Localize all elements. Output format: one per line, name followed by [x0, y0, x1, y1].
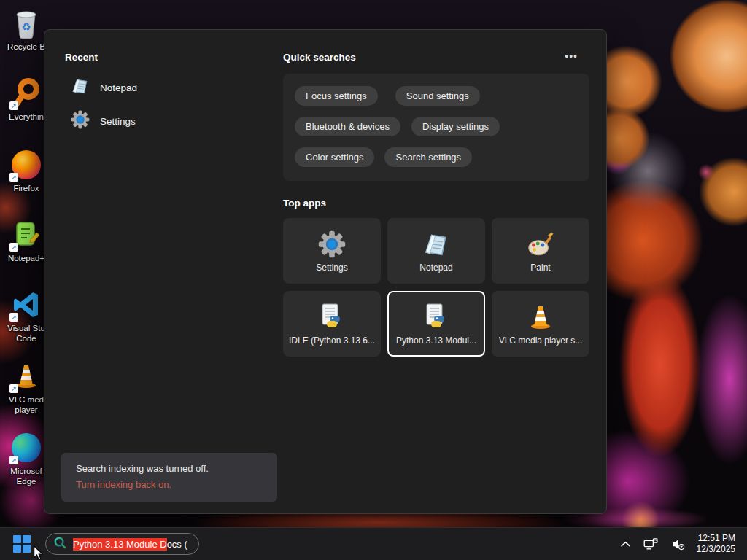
desktop-icon-visual-studio-code[interactable]: ↗ Visual Stu Code	[3, 289, 50, 343]
recent-item-label: Notepad	[100, 82, 137, 93]
quick-searches-card: Focus settings Sound settings Bluetooth …	[283, 74, 589, 181]
shortcut-arrow-icon: ↗	[9, 456, 18, 464]
top-app-python-module-docs[interactable]: Python 3.13 Modul...	[387, 291, 485, 357]
desktop-icon-label: VLC med player	[3, 394, 50, 415]
more-options-icon[interactable]: •••	[560, 47, 582, 65]
desktop-icon-recycle-bin[interactable]: ♻ Recycle B	[3, 7, 50, 52]
top-app-notepad[interactable]: Notepad	[387, 218, 485, 284]
notepad-icon	[422, 229, 450, 260]
windows-logo-icon	[13, 535, 31, 553]
recycle-bin-icon: ♻	[10, 7, 42, 39]
top-app-label: Notepad	[419, 262, 452, 273]
recent-item-notepad[interactable]: Notepad	[62, 71, 266, 104]
top-apps-title: Top apps	[283, 198, 326, 209]
desktop-icon-edge[interactable]: ↗ Microsof Edge	[3, 432, 50, 486]
system-tray: 12:51 PM 12/3/2025	[616, 532, 747, 556]
top-app-label: VLC media player s...	[499, 335, 583, 346]
desktop-icon-vlc[interactable]: ↗ VLC med player	[3, 360, 50, 415]
vlc-cone-icon	[526, 302, 555, 332]
taskbar-search-input[interactable]: Python 3.13 Module Docs (	[45, 533, 199, 555]
volume-muted-icon[interactable]	[667, 534, 689, 554]
desktop-icon-notepad-plus-plus[interactable]: ↗ Notepad+	[3, 219, 50, 263]
paint-palette-icon	[526, 229, 555, 260]
desktop-icon-everything[interactable]: ↗ Everythin	[3, 77, 50, 122]
top-app-settings[interactable]: Settings	[283, 218, 381, 284]
shortcut-arrow-icon: ↗	[9, 173, 18, 182]
shortcut-arrow-icon: ↗	[9, 384, 18, 393]
pill-sound-settings[interactable]: Sound settings	[395, 86, 480, 106]
recent-item-settings[interactable]: Settings	[62, 104, 266, 138]
settings-gear-icon	[71, 110, 90, 132]
desktop-icon-label: Visual Stu Code	[3, 323, 50, 343]
everything-search-icon: ↗	[10, 77, 42, 109]
desktop-icon-label: Notepad+	[3, 253, 50, 263]
firefox-icon: ↗	[10, 149, 42, 181]
top-app-idle-python[interactable]: IDLE (Python 3.13 6...	[283, 291, 381, 357]
search-query-highlighted: Python 3.13 Module D	[73, 538, 167, 551]
top-apps-grid: Settings Notepad	[283, 218, 589, 357]
notepad-icon	[71, 77, 90, 98]
edge-icon: ↗	[10, 432, 42, 464]
top-app-vlc-skinned[interactable]: VLC media player s...	[492, 291, 589, 357]
desktop-icon-label: Recycle B	[3, 42, 50, 52]
top-app-paint[interactable]: Paint	[492, 218, 589, 284]
desktop-icon-label: Firefox	[3, 183, 50, 193]
search-flyout-panel: Recent Notepad	[44, 29, 607, 514]
shortcut-arrow-icon: ↗	[9, 243, 18, 252]
pill-color-settings[interactable]: Color settings	[295, 147, 374, 167]
pill-search-settings[interactable]: Search settings	[384, 147, 472, 167]
network-icon[interactable]	[639, 534, 662, 554]
python-doc-icon	[422, 302, 451, 332]
top-app-label: IDLE (Python 3.13 6...	[289, 335, 375, 346]
top-app-label: Python 3.13 Modul...	[396, 335, 476, 346]
quick-searches-title: Quick searches	[283, 52, 356, 63]
shortcut-arrow-icon: ↗	[9, 101, 18, 110]
pill-display-settings[interactable]: Display settings	[411, 117, 500, 136]
top-app-label: Paint	[530, 262, 550, 273]
taskbar: Python 3.13 Module Docs ( 12:51 PM	[0, 527, 747, 560]
recent-list: Notepad Settings	[62, 71, 266, 138]
indexing-notice: Search indexing was turned off. Turn ind…	[61, 453, 277, 502]
search-query-text: Python 3.13 Module Docs (	[73, 539, 187, 550]
svg-text:♻: ♻	[21, 20, 31, 33]
start-button[interactable]	[7, 530, 36, 558]
desktop-icon-label: Microsof Edge	[3, 466, 50, 486]
taskbar-clock[interactable]: 12:51 PM 12/3/2025	[694, 532, 738, 556]
pill-focus-settings[interactable]: Focus settings	[295, 86, 378, 106]
vlc-cone-icon: ↗	[10, 360, 42, 392]
indexing-notice-message: Search indexing was turned off.	[76, 463, 263, 474]
search-icon	[53, 536, 67, 553]
vscode-icon: ↗	[10, 289, 42, 321]
search-query-rest: ocs (	[167, 539, 187, 550]
desktop-icon-label: Everythin	[3, 112, 50, 122]
desktop-icon-firefox[interactable]: ↗ Firefox	[3, 149, 50, 193]
shortcut-arrow-icon: ↗	[9, 313, 18, 322]
recent-item-label: Settings	[100, 116, 136, 127]
recent-section-title: Recent	[65, 52, 98, 63]
notepad-plus-plus-icon: ↗	[10, 219, 42, 251]
pill-bluetooth-devices[interactable]: Bluetooth & devices	[295, 117, 400, 136]
python-doc-icon	[317, 302, 347, 332]
clock-date: 12/3/2025	[697, 544, 735, 555]
clock-time: 12:51 PM	[697, 533, 735, 544]
top-app-label: Settings	[316, 262, 347, 273]
chevron-up-icon[interactable]	[616, 537, 635, 551]
turn-indexing-on-link[interactable]: Turn indexing back on.	[76, 479, 171, 490]
settings-gear-icon	[318, 229, 346, 260]
